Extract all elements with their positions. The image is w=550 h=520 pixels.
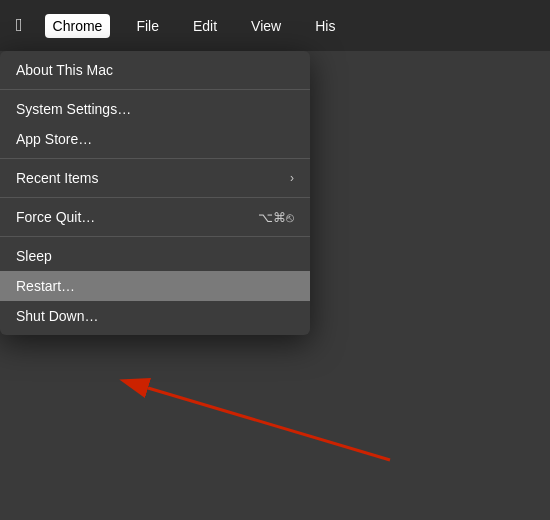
menu-sleep[interactable]: Sleep bbox=[0, 241, 310, 271]
menu-restart[interactable]: Restart… bbox=[0, 271, 310, 301]
separator-3 bbox=[0, 197, 310, 198]
sleep-label: Sleep bbox=[16, 248, 52, 264]
force-quit-shortcut: ⌥⌘⎋ bbox=[258, 210, 294, 225]
separator-4 bbox=[0, 236, 310, 237]
menu-force-quit[interactable]: Force Quit… ⌥⌘⎋ bbox=[0, 202, 310, 232]
system-settings-label: System Settings… bbox=[16, 101, 131, 117]
menu-item-history[interactable]: His bbox=[307, 14, 343, 38]
apple-menu-dropdown: About This Mac System Settings… App Stor… bbox=[0, 51, 310, 335]
menu-item-view[interactable]: View bbox=[243, 14, 289, 38]
apple-logo[interactable]:  bbox=[12, 15, 27, 36]
menu-app-store[interactable]: App Store… bbox=[0, 124, 310, 154]
menu-item-chrome[interactable]: Chrome bbox=[45, 14, 111, 38]
menu-about-this-mac[interactable]: About This Mac bbox=[0, 55, 310, 85]
restart-label: Restart… bbox=[16, 278, 75, 294]
separator-2 bbox=[0, 158, 310, 159]
svg-line-1 bbox=[148, 388, 390, 460]
about-this-mac-label: About This Mac bbox=[16, 62, 113, 78]
menu-item-edit[interactable]: Edit bbox=[185, 14, 225, 38]
force-quit-label: Force Quit… bbox=[16, 209, 95, 225]
chevron-right-icon: › bbox=[290, 171, 294, 185]
app-store-label: App Store… bbox=[16, 131, 92, 147]
menu-shut-down[interactable]: Shut Down… bbox=[0, 301, 310, 331]
menu-item-file[interactable]: File bbox=[128, 14, 167, 38]
menu-bar:  Chrome File Edit View His bbox=[0, 0, 550, 51]
shut-down-label: Shut Down… bbox=[16, 308, 98, 324]
menu-system-settings[interactable]: System Settings… bbox=[0, 94, 310, 124]
menu-recent-items[interactable]: Recent Items › bbox=[0, 163, 310, 193]
separator-1 bbox=[0, 89, 310, 90]
recent-items-label: Recent Items bbox=[16, 170, 98, 186]
